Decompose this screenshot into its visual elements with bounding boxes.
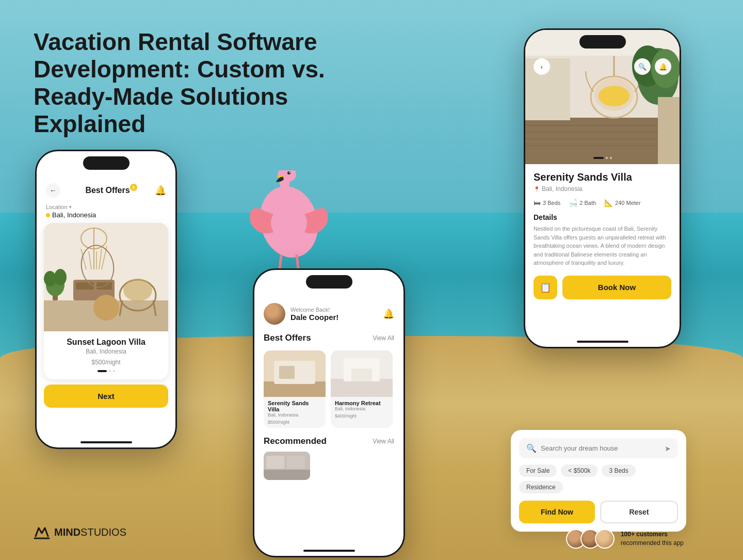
property-info-left: Sunset Lagoon Villa Bali, Indonesia $500… [44,331,168,379]
mini-card-2-price: $400/night [335,412,389,419]
image-nav-overlay: ‹ 🔍 🔔 [525,58,680,75]
search-input-container[interactable]: 🔍 ➤ [519,438,678,458]
mini-card-1-location: Bali, Indonesia [268,412,321,418]
phone-left: ← Best Offers 3 🔔 Location ▾ Bali, Indon… [35,150,177,449]
recommended-section-header: Recommended View All [254,432,403,450]
villa-specs: 🛏 3 Beds 🛁 2 Bath 📐 240 Meter [534,199,671,207]
property-name: Sunset Lagoon Villa [51,338,161,347]
villa-details: Serenity Sands Villa 📍 Bali, Indonesia 🛏… [525,164,680,307]
view-all-recommended[interactable]: View All [373,438,394,445]
search-input[interactable] [541,444,660,452]
mini-card-2-name: Harmony Retreat [335,400,389,406]
logo-text: MINDSTUDIOS [54,526,126,538]
image-dots [593,157,612,159]
back-button-left[interactable]: ← [46,183,60,198]
bath-icon: 🛁 [569,199,577,207]
location-arrow-icon: ▾ [69,204,72,210]
svg-point-17 [123,279,152,301]
customer-avatars [566,529,615,549]
property-image-left [44,223,168,331]
svg-point-3 [289,172,290,173]
mini-card-1-info: Serenity Sands Villa Bali, Indonesia $50… [264,397,326,428]
img-dot-2 [606,157,608,159]
social-proof-text: 100+ customers recommended this app [621,530,684,548]
filter-residence[interactable]: Residence [519,481,563,493]
mini-card-2[interactable]: Harmony Retreat Bali, Indonesia $400/nig… [331,350,393,428]
location-pin-icon [46,213,50,217]
mini-card-1-name: Serenity Sands Villa [268,400,321,412]
find-now-button[interactable]: Find Now [519,501,595,523]
mini-card-img-2 [331,350,393,397]
dot-inactive-2 [113,370,115,372]
svg-rect-34 [266,456,284,469]
location-label: Location ▾ [46,204,166,210]
mini-card-2-info: Harmony Retreat Bali, Indonesia $400/nig… [331,397,393,422]
property-price: $500/night [51,357,161,366]
svg-rect-33 [264,470,310,480]
back-button-right[interactable]: ‹ [534,58,550,75]
welcome-greeting: Welcome Back! [290,307,383,313]
mini-card-2-location: Bali, Indonesia [335,406,389,411]
filter-for-sale[interactable]: For Sale [519,465,557,477]
svg-point-23 [54,269,67,285]
location-value[interactable]: Bali, Indonesia [46,211,166,219]
phone-mid: Welcome Back! Dale Cooper! 🔔 Best Offers… [253,268,405,557]
book-now-button[interactable]: Book Now [562,276,671,299]
svg-line-12 [102,246,107,269]
search-icon-right[interactable]: 🔍 [634,58,651,75]
user-avatar-mid [264,303,285,325]
send-icon[interactable]: ➤ [665,444,671,453]
property-card-left[interactable]: Sunset Lagoon Villa Bali, Indonesia $500… [44,223,168,379]
dot-inactive-1 [109,370,111,372]
dot-active [98,370,107,372]
bell-icon-left[interactable]: 🔔 [155,185,166,196]
action-buttons: 📋 Book Now [534,276,671,299]
phone-notch-mid [306,275,352,289]
recommended-items [254,450,403,482]
boho-room-bg [44,223,168,331]
mindstudios-logo-icon [34,524,50,540]
svg-rect-15 [96,282,112,290]
search-actions: Find Now Reset [519,501,678,523]
view-all-offers[interactable]: View All [373,334,394,342]
rec-item-1[interactable] [264,452,310,480]
bed-icon: 🛏 [534,199,541,207]
flamingo-decoration [237,170,341,284]
user-name: Dale Cooper! [290,313,383,322]
property-location: Bali, Indonesia [51,348,161,355]
beds-spec: 🛏 3 Beds [534,199,560,207]
welcome-section: Welcome Back! Dale Cooper! [285,307,383,322]
svg-rect-14 [76,282,94,290]
villa-name: Serenity Sands Villa [534,171,671,183]
logo: MINDSTUDIOS [34,524,126,540]
search-widget: 🔍 ➤ For Sale < $500k 3 Beds Residence Fi… [511,430,686,532]
phone-notch-right [579,35,626,49]
filter-beds[interactable]: 3 Beds [602,465,635,477]
phone-right: ‹ 🔍 🔔 Serenity Sands Villa 📍 Bali, Indon… [524,28,681,348]
size-icon: 📐 [604,199,613,207]
reset-button[interactable]: Reset [600,501,678,523]
avatar-3 [595,529,615,549]
bell-icon-right[interactable]: 🔔 [655,58,671,75]
filter-tags: For Sale < $500k 3 Beds Residence [519,465,678,493]
home-indicator-mid [303,550,355,552]
best-offers-title: Best Offers [264,333,311,343]
mini-card-1[interactable]: Serenity Sands Villa Bali, Indonesia $50… [264,350,326,428]
svg-rect-51 [658,97,680,164]
location-pin-icon-right: 📍 [534,186,540,192]
next-button[interactable]: Next [44,385,168,408]
svg-line-9 [89,251,91,269]
bell-icon-mid[interactable]: 🔔 [383,308,394,319]
mid-header: Welcome Back! Dale Cooper! 🔔 [254,296,403,330]
svg-rect-35 [287,456,305,469]
villa-image: ‹ 🔍 🔔 [525,30,680,164]
document-icon-button[interactable]: 📋 [534,276,557,299]
phone-left-title: Best Offers 3 [85,186,130,195]
svg-rect-5 [44,300,168,331]
svg-point-46 [599,86,629,106]
notification-badge: 3 [130,184,137,191]
svg-line-8 [81,249,86,269]
img-dot-active [593,157,604,159]
location-row: Location ▾ Bali, Indonesia [37,202,175,223]
filter-price[interactable]: < $500k [561,465,597,477]
